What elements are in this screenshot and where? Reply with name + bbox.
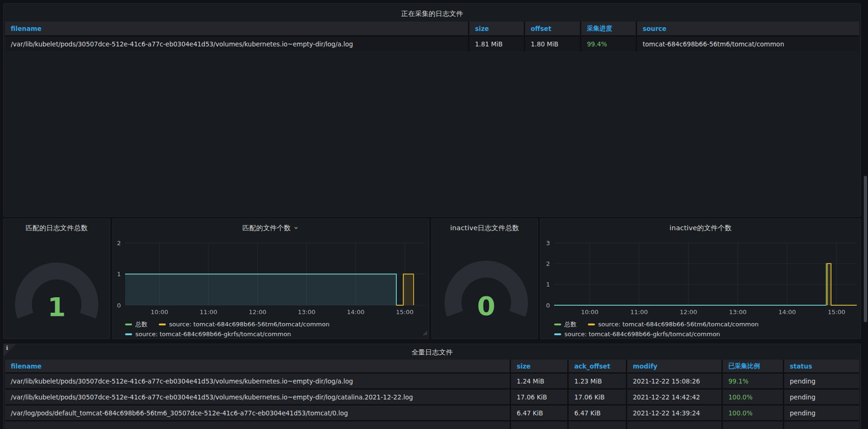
cell-modify bbox=[627, 421, 721, 429]
svg-text:0: 0 bbox=[546, 302, 550, 309]
column-header-offset[interactable]: offset bbox=[525, 22, 580, 35]
scrollbar-thumb[interactable] bbox=[864, 176, 867, 322]
gauge-value: 0 bbox=[477, 293, 496, 319]
cell-status: pending bbox=[784, 390, 859, 404]
cell-ack-offset: 17.06 KiB bbox=[569, 390, 626, 404]
cell-collected-ratio: 100.0% bbox=[723, 406, 783, 420]
cell-modify: 2021-12-22 14:39:24 bbox=[627, 406, 721, 420]
cell-filename: /var/lib/kubelet/pods/30507dce-512e-41c6… bbox=[5, 390, 510, 404]
dashboard: 正在采集的日志文件 filename size offset 采集进度 sour… bbox=[0, 0, 868, 429]
cell-collected-ratio bbox=[723, 421, 783, 429]
column-header-filename[interactable]: filename bbox=[5, 22, 468, 35]
time-series-chart[interactable]: 012310:0011:0012:0013:0014:0015:00 bbox=[541, 219, 861, 318]
legend-label: source: tomcat-684c698b66-gkrfs/tomcat/c… bbox=[135, 329, 291, 339]
legend-item-gkrfs[interactable]: source: tomcat-684c698b66-gkrfs/tomcat/c… bbox=[125, 329, 291, 339]
cell-ack-offset bbox=[569, 421, 626, 429]
cell-size: 1.24 MiB bbox=[511, 374, 567, 388]
panel-collecting-files: 正在采集的日志文件 filename size offset 采集进度 sour… bbox=[3, 3, 861, 217]
legend-swatch-teal bbox=[554, 333, 561, 335]
column-header-size[interactable]: size bbox=[511, 360, 567, 372]
panel-inactive-total: inactive日志文件总数 0 bbox=[431, 218, 538, 339]
svg-text:13:00: 13:00 bbox=[298, 309, 315, 316]
legend-label: source: tomcat-684c698b66-gkrfs/tomcat/c… bbox=[564, 329, 720, 339]
cell-size bbox=[511, 421, 567, 429]
svg-text:10:00: 10:00 bbox=[151, 309, 168, 316]
svg-text:1: 1 bbox=[117, 271, 121, 278]
gauge-value: 1 bbox=[48, 294, 66, 320]
table-row: /var/lib/kubelet/pods/30507dce-512e-41c6… bbox=[5, 390, 859, 404]
svg-text:14:00: 14:00 bbox=[779, 309, 796, 316]
legend-swatch-green bbox=[554, 324, 561, 325]
cell-collected-ratio: 99.1% bbox=[723, 374, 783, 388]
svg-text:12:00: 12:00 bbox=[249, 309, 266, 316]
svg-text:15:00: 15:00 bbox=[828, 309, 845, 316]
column-header-filename[interactable]: filename bbox=[5, 360, 510, 372]
cell-size: 17.06 KiB bbox=[511, 390, 567, 404]
panel-title-collecting[interactable]: 正在采集的日志文件 bbox=[4, 9, 861, 18]
svg-text:14:00: 14:00 bbox=[347, 309, 364, 316]
legend-label: 总数 bbox=[135, 319, 148, 329]
legend-label: source: tomcat-684c698b66-56tm6/tomcat/c… bbox=[169, 319, 329, 329]
legend-item-56tm6[interactable]: source: tomcat-684c698b66-56tm6/tomcat/c… bbox=[159, 319, 329, 329]
panel-inactive-chart: inactive的文件个数 012310:0011:0012:0013:0014… bbox=[540, 218, 861, 339]
column-header-source[interactable]: source bbox=[637, 22, 859, 35]
column-header-status[interactable]: status bbox=[784, 360, 859, 372]
legend-label: 总数 bbox=[564, 319, 577, 329]
cell-ack-offset: 6.47 KiB bbox=[569, 406, 626, 420]
cell-progress: 99.4% bbox=[581, 37, 636, 51]
cell-collected-ratio: 100.0% bbox=[723, 390, 783, 404]
table-row: /var/log/pods/default_tomcat-684c698b66-… bbox=[5, 406, 859, 420]
panel-matched-total: 匹配的日志文件总数 1 bbox=[3, 218, 110, 339]
svg-text:1: 1 bbox=[546, 281, 550, 288]
chart-legend: 总数 source: tomcat-684c698b66-56tm6/tomca… bbox=[125, 319, 337, 339]
svg-text:3: 3 bbox=[546, 240, 550, 247]
panel-all-files: i 全量日志文件 filename size ack_offset modify… bbox=[3, 344, 861, 429]
svg-text:2: 2 bbox=[117, 240, 121, 247]
panel-resize-handle[interactable] bbox=[423, 329, 428, 338]
legend-label: source: tomcat-684c698b66-56tm6/tomcat/c… bbox=[598, 319, 758, 329]
column-header-collected-ratio[interactable]: 已采集比例 bbox=[723, 360, 783, 372]
legend-swatch-teal bbox=[125, 333, 132, 335]
table-header-row: filename size ack_offset modify 已采集比例 st… bbox=[5, 360, 859, 372]
legend-swatch-yellow bbox=[159, 324, 166, 325]
svg-text:12:00: 12:00 bbox=[680, 309, 697, 316]
cell-filename: /var/lib/kubelet/pods/30507dce-512e-41c6… bbox=[5, 374, 510, 388]
column-header-modify[interactable]: modify bbox=[627, 360, 721, 372]
time-series-chart[interactable]: 01210:0011:0012:0013:0014:0015:00 bbox=[113, 219, 429, 318]
table-row: /var/lib/kubelet/pods/30507dce-512e-41c6… bbox=[5, 374, 859, 388]
svg-text:2: 2 bbox=[546, 260, 550, 267]
column-header-ack-offset[interactable]: ack_offset bbox=[569, 360, 626, 372]
cell-filename bbox=[5, 421, 510, 429]
panel-matched-chart: 匹配的文件个数 01210:0011:0012:0013:0014:0015:0… bbox=[112, 218, 429, 339]
table-row-partial bbox=[5, 421, 859, 429]
legend-item-total[interactable]: 总数 bbox=[554, 319, 577, 329]
cell-offset: 1.80 MiB bbox=[525, 37, 580, 51]
cell-modify: 2021-12-22 14:42:42 bbox=[627, 390, 721, 404]
cell-ack-offset: 1.23 MiB bbox=[569, 374, 626, 388]
all-files-table: filename size ack_offset modify 已采集比例 st… bbox=[5, 360, 859, 429]
chart-legend: 总数 source: tomcat-684c698b66-56tm6/tomca… bbox=[554, 319, 766, 339]
panel-title-all-files[interactable]: 全量日志文件 bbox=[4, 348, 861, 357]
svg-text:13:00: 13:00 bbox=[729, 309, 746, 316]
cell-source: tomcat-684c698b66-56tm6/tomcat/common bbox=[637, 37, 859, 51]
cell-status: pending bbox=[784, 374, 859, 388]
cell-size: 1.81 MiB bbox=[469, 37, 524, 51]
table-header-row: filename size offset 采集进度 source bbox=[5, 22, 859, 35]
svg-text:11:00: 11:00 bbox=[631, 309, 648, 316]
legend-item-total[interactable]: 总数 bbox=[125, 319, 148, 329]
svg-text:11:00: 11:00 bbox=[200, 309, 217, 316]
column-header-size[interactable]: size bbox=[469, 22, 524, 35]
cell-status: pending bbox=[784, 406, 859, 420]
cell-modify: 2021-12-22 15:08:26 bbox=[627, 374, 721, 388]
legend-swatch-green bbox=[125, 324, 132, 325]
legend-item-gkrfs[interactable]: source: tomcat-684c698b66-gkrfs/tomcat/c… bbox=[554, 329, 720, 339]
cell-size: 6.47 KiB bbox=[511, 406, 567, 420]
svg-text:15:00: 15:00 bbox=[396, 309, 413, 316]
cell-status bbox=[784, 421, 859, 429]
legend-swatch-yellow bbox=[588, 324, 595, 325]
legend-item-56tm6[interactable]: source: tomcat-684c698b66-56tm6/tomcat/c… bbox=[588, 319, 758, 329]
cell-filename: /var/lib/kubelet/pods/30507dce-512e-41c6… bbox=[5, 37, 468, 51]
column-header-progress[interactable]: 采集进度 bbox=[581, 22, 636, 35]
table-row: /var/lib/kubelet/pods/30507dce-512e-41c6… bbox=[5, 37, 859, 51]
svg-text:0: 0 bbox=[117, 302, 121, 309]
